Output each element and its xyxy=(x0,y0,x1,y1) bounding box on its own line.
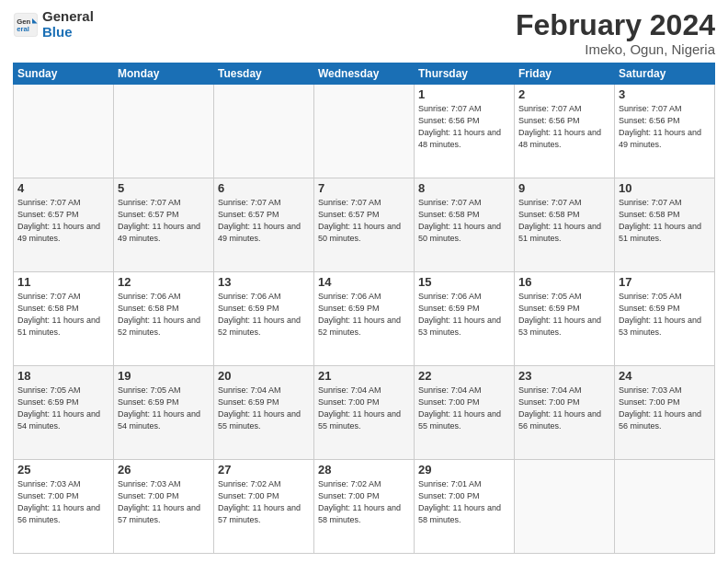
day-info: Sunrise: 7:04 AMSunset: 7:00 PMDaylight:… xyxy=(318,385,410,432)
calendar-cell: 8Sunrise: 7:07 AMSunset: 6:58 PMDaylight… xyxy=(415,178,515,272)
calendar-cell: 17Sunrise: 7:05 AMSunset: 6:59 PMDayligh… xyxy=(615,272,715,366)
month-title: February 2024 xyxy=(516,9,715,41)
day-info: Sunrise: 7:07 AMSunset: 6:58 PMDaylight:… xyxy=(619,197,711,245)
day-number: 2 xyxy=(518,87,610,101)
col-sunday: Sunday xyxy=(14,63,114,85)
calendar-cell: 29Sunrise: 7:01 AMSunset: 7:00 PMDayligh… xyxy=(415,460,515,554)
day-number: 9 xyxy=(518,181,610,195)
calendar-cell: 10Sunrise: 7:07 AMSunset: 6:58 PMDayligh… xyxy=(615,178,715,272)
calendar-cell: 28Sunrise: 7:02 AMSunset: 7:00 PMDayligh… xyxy=(314,460,415,554)
day-number: 3 xyxy=(619,87,711,101)
day-number: 26 xyxy=(118,463,210,477)
day-number: 7 xyxy=(318,181,410,195)
calendar-cell: 25Sunrise: 7:03 AMSunset: 7:00 PMDayligh… xyxy=(14,460,114,554)
calendar-cell: 21Sunrise: 7:04 AMSunset: 7:00 PMDayligh… xyxy=(314,366,415,460)
calendar-cell: 23Sunrise: 7:04 AMSunset: 7:00 PMDayligh… xyxy=(515,366,615,460)
day-number: 18 xyxy=(17,369,109,383)
calendar-cell: 26Sunrise: 7:03 AMSunset: 7:00 PMDayligh… xyxy=(114,460,214,554)
location-title: Imeko, Ogun, Nigeria xyxy=(516,41,715,57)
logo-text: General Blue xyxy=(42,9,94,40)
day-number: 5 xyxy=(118,181,210,195)
day-number: 1 xyxy=(418,87,510,101)
day-number: 19 xyxy=(118,369,210,383)
calendar-week-row: 1Sunrise: 7:07 AMSunset: 6:56 PMDaylight… xyxy=(14,85,715,178)
calendar-cell: 9Sunrise: 7:07 AMSunset: 6:58 PMDaylight… xyxy=(515,178,615,272)
calendar-cell xyxy=(114,85,214,178)
calendar-week-row: 25Sunrise: 7:03 AMSunset: 7:00 PMDayligh… xyxy=(14,460,715,554)
day-number: 29 xyxy=(418,463,510,477)
day-number: 15 xyxy=(418,275,510,289)
calendar-cell: 3Sunrise: 7:07 AMSunset: 6:56 PMDaylight… xyxy=(615,85,715,178)
calendar-cell xyxy=(14,85,114,178)
day-info: Sunrise: 7:05 AMSunset: 6:59 PMDaylight:… xyxy=(518,291,610,339)
day-number: 12 xyxy=(118,275,210,289)
calendar-week-row: 18Sunrise: 7:05 AMSunset: 6:59 PMDayligh… xyxy=(14,366,715,460)
col-friday: Friday xyxy=(515,63,615,85)
day-number: 25 xyxy=(17,463,109,477)
day-info: Sunrise: 7:06 AMSunset: 6:59 PMDaylight:… xyxy=(418,291,510,339)
svg-text:Gen: Gen xyxy=(17,17,30,25)
day-info: Sunrise: 7:04 AMSunset: 7:00 PMDaylight:… xyxy=(518,385,610,432)
calendar-cell: 20Sunrise: 7:04 AMSunset: 6:59 PMDayligh… xyxy=(214,366,314,460)
logo-icon: Gen eral xyxy=(13,12,39,38)
calendar-cell: 15Sunrise: 7:06 AMSunset: 6:59 PMDayligh… xyxy=(415,272,515,366)
calendar-cell: 19Sunrise: 7:05 AMSunset: 6:59 PMDayligh… xyxy=(114,366,214,460)
day-number: 17 xyxy=(619,275,711,289)
calendar-cell xyxy=(515,460,615,554)
day-number: 10 xyxy=(619,181,711,195)
calendar-cell: 1Sunrise: 7:07 AMSunset: 6:56 PMDaylight… xyxy=(415,85,515,178)
svg-text:eral: eral xyxy=(17,25,29,33)
calendar-cell: 7Sunrise: 7:07 AMSunset: 6:57 PMDaylight… xyxy=(314,178,415,272)
day-number: 16 xyxy=(518,275,610,289)
day-number: 28 xyxy=(318,463,410,477)
day-info: Sunrise: 7:05 AMSunset: 6:59 PMDaylight:… xyxy=(118,385,210,432)
col-monday: Monday xyxy=(114,63,214,85)
day-info: Sunrise: 7:01 AMSunset: 7:00 PMDaylight:… xyxy=(418,478,510,526)
calendar-week-row: 4Sunrise: 7:07 AMSunset: 6:57 PMDaylight… xyxy=(14,178,715,272)
day-info: Sunrise: 7:06 AMSunset: 6:59 PMDaylight:… xyxy=(218,291,310,339)
day-info: Sunrise: 7:06 AMSunset: 6:59 PMDaylight:… xyxy=(318,291,410,339)
day-info: Sunrise: 7:07 AMSunset: 6:57 PMDaylight:… xyxy=(118,197,210,245)
calendar-week-row: 11Sunrise: 7:07 AMSunset: 6:58 PMDayligh… xyxy=(14,272,715,366)
day-info: Sunrise: 7:03 AMSunset: 7:00 PMDaylight:… xyxy=(17,478,109,526)
day-info: Sunrise: 7:07 AMSunset: 6:58 PMDaylight:… xyxy=(17,291,109,339)
day-info: Sunrise: 7:07 AMSunset: 6:56 PMDaylight:… xyxy=(619,103,711,151)
day-info: Sunrise: 7:02 AMSunset: 7:00 PMDaylight:… xyxy=(318,478,410,526)
title-block: February 2024 Imeko, Ogun, Nigeria xyxy=(516,9,715,57)
day-info: Sunrise: 7:07 AMSunset: 6:56 PMDaylight:… xyxy=(518,103,610,151)
day-info: Sunrise: 7:07 AMSunset: 6:58 PMDaylight:… xyxy=(418,197,510,245)
calendar-cell: 27Sunrise: 7:02 AMSunset: 7:00 PMDayligh… xyxy=(214,460,314,554)
col-saturday: Saturday xyxy=(615,63,715,85)
day-info: Sunrise: 7:05 AMSunset: 6:59 PMDaylight:… xyxy=(17,385,109,432)
day-info: Sunrise: 7:04 AMSunset: 7:00 PMDaylight:… xyxy=(418,385,510,432)
logo: Gen eral General Blue xyxy=(13,9,94,40)
day-number: 14 xyxy=(318,275,410,289)
calendar-cell: 22Sunrise: 7:04 AMSunset: 7:00 PMDayligh… xyxy=(415,366,515,460)
day-info: Sunrise: 7:07 AMSunset: 6:57 PMDaylight:… xyxy=(17,197,109,245)
day-number: 8 xyxy=(418,181,510,195)
col-wednesday: Wednesday xyxy=(314,63,415,85)
calendar-cell: 18Sunrise: 7:05 AMSunset: 6:59 PMDayligh… xyxy=(14,366,114,460)
calendar-cell: 11Sunrise: 7:07 AMSunset: 6:58 PMDayligh… xyxy=(14,272,114,366)
day-number: 24 xyxy=(619,369,711,383)
calendar-cell: 13Sunrise: 7:06 AMSunset: 6:59 PMDayligh… xyxy=(214,272,314,366)
day-info: Sunrise: 7:07 AMSunset: 6:57 PMDaylight:… xyxy=(318,197,410,245)
page: Gen eral General Blue February 2024 Imek… xyxy=(0,0,728,563)
calendar-cell: 14Sunrise: 7:06 AMSunset: 6:59 PMDayligh… xyxy=(314,272,415,366)
calendar-cell: 24Sunrise: 7:03 AMSunset: 7:00 PMDayligh… xyxy=(615,366,715,460)
day-number: 4 xyxy=(17,181,109,195)
calendar-cell xyxy=(214,85,314,178)
day-info: Sunrise: 7:04 AMSunset: 6:59 PMDaylight:… xyxy=(218,385,310,432)
calendar-cell: 6Sunrise: 7:07 AMSunset: 6:57 PMDaylight… xyxy=(214,178,314,272)
day-info: Sunrise: 7:07 AMSunset: 6:57 PMDaylight:… xyxy=(218,197,310,245)
col-thursday: Thursday xyxy=(415,63,515,85)
calendar-cell xyxy=(615,460,715,554)
day-info: Sunrise: 7:03 AMSunset: 7:00 PMDaylight:… xyxy=(118,478,210,526)
day-number: 23 xyxy=(518,369,610,383)
calendar-cell: 5Sunrise: 7:07 AMSunset: 6:57 PMDaylight… xyxy=(114,178,214,272)
day-info: Sunrise: 7:02 AMSunset: 7:00 PMDaylight:… xyxy=(218,478,310,526)
day-info: Sunrise: 7:05 AMSunset: 6:59 PMDaylight:… xyxy=(619,291,711,339)
day-number: 27 xyxy=(218,463,310,477)
day-info: Sunrise: 7:07 AMSunset: 6:56 PMDaylight:… xyxy=(418,103,510,151)
day-number: 11 xyxy=(17,275,109,289)
